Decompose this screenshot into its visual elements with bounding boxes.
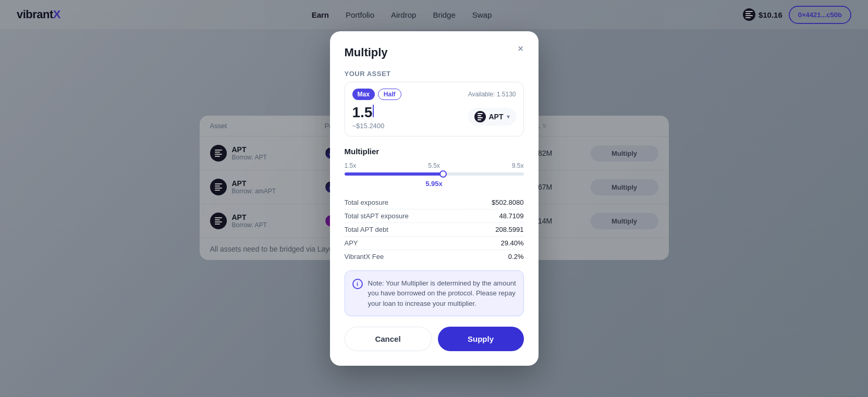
slider-current-value: 5.95x xyxy=(345,180,524,188)
slider-mid-label: 5.5x xyxy=(428,162,440,169)
amount-usd: ~$15.2400 xyxy=(352,122,468,130)
stat-value-fee: 0.2% xyxy=(508,253,524,260)
chevron-down-icon: ▾ xyxy=(507,113,510,120)
slider-track[interactable] xyxy=(345,172,524,176)
supply-button[interactable]: Supply xyxy=(438,327,524,351)
info-icon: i xyxy=(352,279,363,289)
stat-value-exposure: $502.8080 xyxy=(492,198,523,206)
modal-buttons: Cancel Supply xyxy=(345,327,524,351)
multiplier-label: Multiplier xyxy=(345,147,524,156)
multiply-modal: Multiply × Your Asset Max Half Available… xyxy=(330,31,539,366)
slider-max-label: 9.5x xyxy=(512,162,524,169)
asset-input-box: Max Half Available: 1.5130 1.5 ~$15.2400 xyxy=(345,82,524,137)
amount-input-area: 1.5 ~$15.2400 xyxy=(352,104,468,130)
stat-label-apy: APY xyxy=(345,239,358,247)
stat-row-debt: Total APT debt 208.5991 xyxy=(345,223,524,237)
your-asset-label: Your Asset xyxy=(345,70,524,78)
input-bottom-row: 1.5 ~$15.2400 APT ▾ xyxy=(352,104,516,130)
stat-row-apy: APY 29.40% xyxy=(345,237,524,250)
slider-fill xyxy=(345,172,443,176)
note-box: i Note: Your Multiplier is determined by… xyxy=(345,270,524,317)
stat-label-stapt: Total stAPT exposure xyxy=(345,212,409,220)
stats-section: Total exposure $502.8080 Total stAPT exp… xyxy=(345,196,524,263)
max-pill[interactable]: Max xyxy=(352,89,375,100)
token-name: APT xyxy=(489,113,504,121)
stat-value-apy: 29.40% xyxy=(500,239,523,247)
stat-row-exposure: Total exposure $502.8080 xyxy=(345,196,524,209)
token-icon xyxy=(474,111,486,122)
cancel-button[interactable]: Cancel xyxy=(345,327,432,351)
note-text: Note: Your Multiplier is determined by t… xyxy=(368,278,516,309)
close-button[interactable]: × xyxy=(514,42,528,56)
modal-title: Multiply xyxy=(345,46,524,59)
stat-row-stapt: Total stAPT exposure 48.7109 xyxy=(345,209,524,223)
modal-overlay: Multiply × Your Asset Max Half Available… xyxy=(0,0,868,397)
stat-row-fee: VibrantX Fee 0.2% xyxy=(345,250,524,263)
stat-label-fee: VibrantX Fee xyxy=(345,253,384,260)
available-text: Available: 1.5130 xyxy=(468,91,516,98)
text-cursor xyxy=(373,105,374,117)
input-pills: Max Half xyxy=(352,89,401,100)
slider-labels: 1.5x 5.5x 9.5x xyxy=(345,162,524,169)
slider-thumb[interactable] xyxy=(439,170,447,178)
amount-display[interactable]: 1.5 xyxy=(352,104,468,121)
token-selector[interactable]: APT ▾ xyxy=(468,108,516,126)
slider-min-label: 1.5x xyxy=(345,162,357,169)
half-pill[interactable]: Half xyxy=(378,89,401,100)
stat-value-stapt: 48.7109 xyxy=(499,212,524,220)
input-top-row: Max Half Available: 1.5130 xyxy=(352,89,516,100)
stat-label-debt: Total APT debt xyxy=(345,226,388,233)
stat-value-debt: 208.5991 xyxy=(495,226,523,233)
stat-label-exposure: Total exposure xyxy=(345,198,389,206)
multiplier-section: Multiplier 1.5x 5.5x 9.5x 5.95x xyxy=(345,147,524,188)
